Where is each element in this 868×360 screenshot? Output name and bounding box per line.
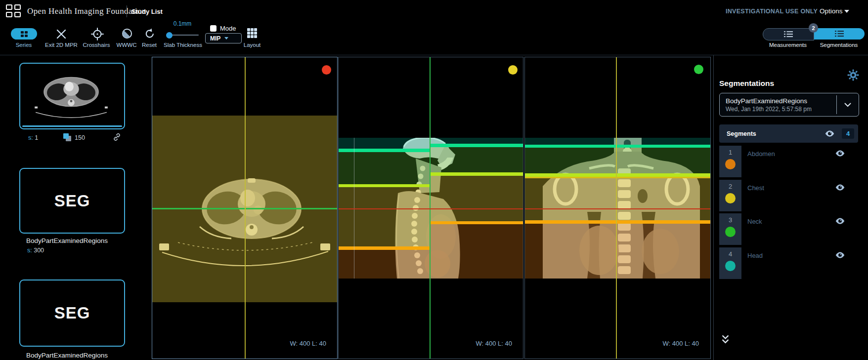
thumbnail-ct-series[interactable] — [19, 63, 125, 129]
list-icon — [835, 31, 844, 37]
segment-name: Neck — [747, 218, 762, 225]
segmentations-label: Segmentations — [820, 42, 858, 48]
header-divider — [127, 5, 127, 17]
mode-label: Mode — [220, 25, 236, 32]
segment-color-swatch[interactable] — [725, 227, 736, 237]
instances-count: 150 — [75, 134, 85, 141]
segments-count: 4 — [842, 128, 854, 139]
wwwc-label: WWWC — [117, 42, 137, 48]
coronal-crosshair-line[interactable] — [430, 57, 431, 359]
app-header: Open Health Imaging Foundation Study Lis… — [0, 0, 868, 22]
list-icon — [784, 31, 793, 38]
toggle-all-visibility-eye-icon[interactable] — [825, 130, 835, 137]
segment-visibility-eye-icon[interactable] — [835, 217, 845, 225]
slab-thickness-label: Slab Thickness — [164, 42, 202, 48]
options-button[interactable]: Options — [820, 7, 843, 15]
reset-icon[interactable] — [144, 28, 156, 40]
segment-visibility-eye-icon[interactable] — [835, 150, 845, 157]
exit-mpr-label: Exit 2D MPR — [45, 42, 78, 48]
segmentation-date: Wed, Jan 19th 2022, 5:57:58 pm — [726, 106, 836, 113]
measurements-label: Measurements — [769, 42, 807, 48]
crosshairs-icon[interactable] — [91, 28, 104, 40]
chevron-down-icon — [844, 103, 851, 107]
study-list-link[interactable]: Study List — [131, 8, 163, 15]
abdomen-segment-overlay — [525, 224, 710, 279]
segment-visibility-eye-icon[interactable] — [835, 184, 845, 191]
thumbnail-seg-2[interactable]: SEG — [19, 280, 125, 347]
slab-thickness-slider-thumb[interactable] — [166, 32, 173, 39]
segment-index: 4 — [729, 250, 732, 258]
segmentations-toggle-button[interactable] — [814, 28, 865, 40]
viewport-coronal[interactable]: W: 400 L: 40 — [524, 57, 711, 359]
segmentations-count-badge: 2 — [809, 23, 818, 33]
window-level-label: W: 400 L: 40 — [476, 340, 512, 347]
segment-row-neck[interactable]: 3 Neck — [719, 213, 858, 245]
ohif-viewer: Open Health Imaging Foundation Study Lis… — [0, 0, 868, 360]
segment-visibility-eye-icon[interactable] — [835, 251, 845, 259]
toolbar: Series Exit 2D MPR Crosshairs WWWC Reset… — [0, 22, 868, 55]
segment-name: Abdomen — [747, 150, 775, 158]
segmentation-panel: Segmentations BodyPartExaminedRegions We… — [713, 55, 868, 360]
segment-index: 3 — [729, 216, 732, 224]
segment-color-swatch[interactable] — [725, 193, 736, 203]
app-title: Open Health Imaging Foundation — [27, 6, 146, 16]
segment-name: Chest — [747, 184, 764, 192]
seg-modality-label: SEG — [20, 280, 124, 346]
crosshairs-label: Crosshairs — [83, 42, 110, 48]
viewport-axial[interactable]: W: 400 L: 40 — [152, 57, 338, 359]
thumbnail-progress-bar — [22, 125, 122, 127]
series-grid-icon — [21, 31, 28, 37]
head-segment-overlay — [525, 138, 710, 145]
sagittal-crosshair-line[interactable] — [245, 57, 246, 359]
wwwc-icon[interactable] — [121, 28, 133, 40]
segment-row-head[interactable]: 4 Head — [719, 247, 858, 279]
segment-overlay-right — [430, 57, 523, 359]
neck-boundary-line — [525, 173, 710, 177]
coronal-orientation-marker — [694, 65, 703, 74]
collapse-double-chevron-icon[interactable] — [721, 335, 730, 344]
segment-index: 1 — [729, 149, 732, 156]
segment-color-swatch[interactable] — [725, 261, 736, 271]
segment-row-chest[interactable]: 2 Chest — [719, 180, 858, 211]
segment-overlay-left — [339, 57, 430, 359]
seg-modality-label: SEG — [20, 169, 124, 233]
segment-row-abdomen[interactable]: 1 Abdomen — [719, 146, 858, 177]
measurements-toggle-button[interactable] — [763, 28, 814, 40]
mip-value: MIP — [210, 35, 220, 42]
options-caret-icon[interactable] — [844, 10, 849, 13]
link-icon[interactable] — [113, 133, 121, 141]
abdomen-boundary-line — [525, 220, 710, 224]
layout-button[interactable] — [247, 28, 257, 38]
segmentation-select-dropdown[interactable]: BodyPartExaminedRegions Wed, Jan 19th 20… — [719, 93, 859, 117]
reset-label: Reset — [142, 42, 157, 48]
sagittal-crosshair-line[interactable] — [616, 57, 617, 359]
series-button[interactable] — [11, 28, 37, 40]
segment-color-swatch[interactable] — [725, 159, 736, 169]
study-browser-panel: s: 1 150 SEG BodyPartExaminedRegions s: … — [0, 55, 151, 360]
viewport-sagittal[interactable]: W: 400 L: 40 — [338, 57, 523, 359]
axial-ct-thumbnail-image — [20, 64, 122, 126]
thumbnail-seg-1[interactable]: SEG — [19, 168, 125, 234]
segments-title: Segments — [719, 130, 825, 137]
seg-description: BodyPartExaminedRegions — [26, 237, 108, 244]
axial-crosshair-line[interactable] — [339, 208, 523, 209]
dropdown-chevron-button[interactable] — [837, 103, 859, 107]
window-level-label: W: 400 L: 40 — [663, 340, 699, 347]
investigational-label: INVESTIGATIONAL USE ONLY — [726, 8, 818, 15]
ohif-logo-icon — [6, 4, 21, 17]
layout-label: Layout — [244, 42, 261, 48]
series-number: s: 1 — [28, 134, 38, 141]
slab-thickness-value: 0.1mm — [174, 20, 192, 27]
series-label: Series — [16, 42, 32, 48]
segmentation-name: BodyPartExaminedRegions — [726, 97, 836, 105]
segment-name: Head — [747, 252, 763, 259]
panel-title: Segmentations — [719, 79, 774, 88]
axial-crosshair-line[interactable] — [525, 208, 710, 209]
neck-segment-overlay — [525, 148, 710, 173]
exit-mpr-icon[interactable] — [56, 29, 67, 40]
mode-checkbox[interactable] — [210, 25, 217, 32]
sagittal-orientation-marker — [508, 65, 518, 75]
settings-gear-icon[interactable] — [847, 69, 859, 81]
seg-description: BodyPartExaminedRegions — [26, 352, 108, 359]
mip-dropdown[interactable]: MIP — [205, 33, 242, 43]
